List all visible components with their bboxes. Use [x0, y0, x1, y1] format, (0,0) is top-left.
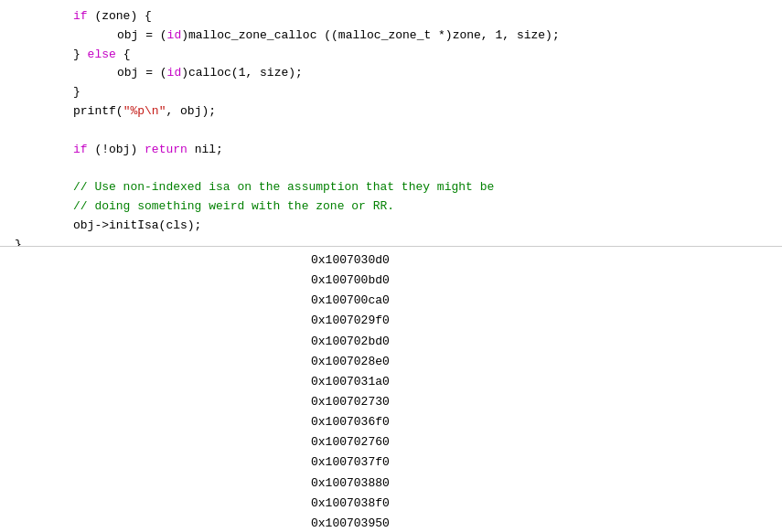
comment-2: // doing something weird with the zone o… [73, 197, 394, 217]
keyword-id2: id [167, 64, 182, 83]
code-line-7 [0, 122, 782, 141]
keyword-id: id [167, 27, 182, 46]
address-line: 0x1007028e0 [0, 352, 782, 372]
code-text: )calloc(1, size); [181, 64, 303, 83]
code-text: } [73, 46, 88, 65]
address-partial: 0x1007030d0 [0, 250, 782, 271]
code-line-1: if (zone) { [0, 7, 782, 27]
code-line-3: } else { [0, 46, 782, 65]
code-line-9 [0, 159, 782, 178]
keyword-if: if [73, 7, 88, 27]
keyword-else: else [88, 46, 116, 65]
code-text: )malloc_zone_calloc ((malloc_zone_t *)zo… [181, 27, 559, 46]
address-line: 0x100702bd0 [0, 332, 782, 352]
code-text: { [116, 46, 131, 65]
code-line-13: } [0, 236, 782, 247]
blank [15, 122, 22, 141]
code-text: (zone) { [88, 7, 152, 27]
address-line: 0x100700ca0 [0, 291, 782, 311]
code-line-5: } [0, 83, 782, 102]
address-line: 0x100702730 [0, 392, 782, 412]
address-line: 0x100703950 [0, 514, 782, 532]
code-line-4: obj = ( id )calloc(1, size); [0, 64, 782, 83]
code-text: (!obj) [88, 141, 145, 160]
address-line: 0x100703880 [0, 473, 782, 494]
comment-1: // Use non-indexed isa on the assumption… [73, 178, 494, 197]
code-text: ( [116, 102, 123, 122]
address-line: 0x1007038f0 [0, 494, 782, 514]
code-line-11: // doing something weird with the zone o… [0, 197, 782, 217]
keyword-if2: if [73, 141, 88, 160]
code-text: obj = ( [117, 27, 167, 46]
address-panel: 0x1007030d0 0x100700bd00x100700ca00x1007… [0, 247, 782, 532]
address-list: 0x100700bd00x100700ca00x1007029f00x10070… [0, 271, 782, 532]
code-panel: if (zone) { obj = ( id )malloc_zone_call… [0, 0, 782, 247]
blank [15, 159, 22, 178]
code-text: nil; [187, 141, 223, 160]
address-line: 0x1007029f0 [0, 311, 782, 331]
code-line-10: // Use non-indexed isa on the assumption… [0, 178, 782, 197]
address-line: 0x100702760 [0, 432, 782, 452]
address-line: 0x1007037f0 [0, 452, 782, 473]
code-text: } [73, 83, 80, 102]
keyword-return: return [145, 141, 187, 160]
address-line: 0x1007031a0 [0, 372, 782, 392]
string-format: "%p\n" [123, 102, 166, 122]
code-text: obj = ( [117, 64, 167, 83]
code-text: , obj); [166, 102, 216, 122]
code-text: } [15, 236, 22, 247]
function-printf: printf [73, 102, 116, 122]
code-line-2: obj = ( id )malloc_zone_calloc ((malloc_… [0, 27, 782, 46]
code-text: obj->initIsa(cls); [73, 217, 201, 236]
address-line: 0x100700bd0 [0, 271, 782, 291]
code-line-12: obj->initIsa(cls); [0, 217, 782, 236]
code-line-6: printf ( "%p\n" , obj); [0, 102, 782, 122]
code-line-8: if (!obj) return nil; [0, 141, 782, 160]
address-line: 0x1007036f0 [0, 412, 782, 432]
